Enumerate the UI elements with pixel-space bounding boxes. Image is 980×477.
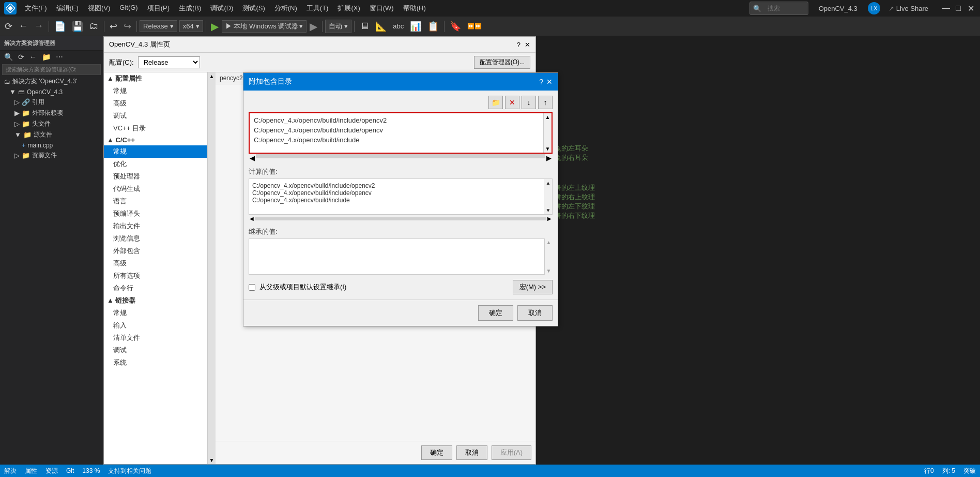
prop-tree-general[interactable]: 常规: [104, 85, 207, 97]
macro-button[interactable]: 宏(M) >>: [513, 280, 553, 294]
properties-help-icon[interactable]: ?: [517, 41, 520, 49]
dir-scroll-up-icon[interactable]: ▲: [544, 114, 552, 120]
prop-tree-pch[interactable]: 预编译头: [104, 207, 207, 220]
prop-tree-debug[interactable]: 调试: [104, 110, 207, 122]
run-button2[interactable]: ▶: [308, 20, 319, 33]
sidebar-item-project[interactable]: ▼ 🗃 OpenCV_4.3: [0, 87, 103, 97]
prop-tree-all-options[interactable]: 所有选项: [104, 270, 207, 282]
hscroll-track[interactable]: [256, 154, 545, 158]
minimize-button[interactable]: —: [941, 3, 951, 13]
sidebar-item-solution[interactable]: 🗂 解决方案 'OpenCV_4.3': [0, 76, 103, 87]
dir-hscrollbar[interactable]: ◀ ▶: [249, 154, 553, 162]
inherited-scrollbar[interactable]: ▲ ▼: [544, 238, 553, 275]
prop-tree-linker-header[interactable]: ▲ 链接器: [104, 294, 207, 307]
new-file-btn[interactable]: 📄: [52, 19, 68, 34]
undo-btn[interactable]: ↩: [107, 19, 120, 34]
prop-tree-linker-debug[interactable]: 调试: [104, 344, 207, 356]
status-git[interactable]: Git: [66, 467, 74, 474]
config-manager-button[interactable]: 配置管理器(O)...: [474, 56, 530, 69]
hscroll-right-icon[interactable]: ▶: [546, 154, 552, 162]
status-tab-resources[interactable]: 资源: [45, 467, 58, 475]
menu-test[interactable]: 测试(S): [238, 2, 269, 15]
dir-scroll-down-icon[interactable]: ▼: [544, 146, 552, 152]
prop-tree-external[interactable]: 外部包含: [104, 245, 207, 257]
prop-tree-advanced2[interactable]: 高级: [104, 257, 207, 270]
sidebar-back-btn[interactable]: ←: [27, 52, 39, 62]
prop-tree-cmdline[interactable]: 命令行: [104, 282, 207, 294]
include-dir-folder-btn[interactable]: 📁: [488, 96, 503, 109]
sidebar-item-sources[interactable]: ▼ 📁 源文件: [0, 129, 103, 140]
prop-tree-vc-dirs[interactable]: VC++ 目录: [104, 122, 207, 135]
prop-tree-language[interactable]: 语言: [104, 195, 207, 207]
include-dialog-help-icon[interactable]: ?: [539, 78, 543, 86]
sidebar-search-btn[interactable]: 🔍: [2, 52, 15, 62]
prop-tree-cpp-header[interactable]: ▲ C/C++: [104, 135, 207, 145]
menu-project[interactable]: 项目(P): [143, 2, 174, 15]
menu-edit[interactable]: 编辑(E): [52, 2, 83, 15]
menu-extensions[interactable]: 扩展(X): [333, 2, 364, 15]
prop-tree-linker-input[interactable]: 输入: [104, 319, 207, 332]
include-dialog-close-icon[interactable]: ✕: [546, 78, 553, 86]
restore-button[interactable]: □: [953, 3, 963, 13]
include-dir-list[interactable]: C:/opencv_4.x/opencv/build/include/openc…: [249, 112, 553, 154]
prop-tree-manifest[interactable]: 清单文件: [104, 332, 207, 344]
redo-btn[interactable]: ↪: [121, 19, 134, 34]
menu-debug[interactable]: 调试(D): [206, 2, 237, 15]
save-btn[interactable]: 💾: [69, 19, 86, 34]
nav-forward[interactable]: →: [32, 19, 46, 33]
tree-scroll-up[interactable]: ▲: [209, 73, 215, 79]
tree-scrollbar[interactable]: ▲ ▼: [207, 72, 216, 464]
extra-btn1[interactable]: 🖥: [357, 19, 372, 33]
include-dialog-ok-button[interactable]: 确定: [478, 305, 513, 321]
computed-hscroll-right[interactable]: ▶: [547, 216, 552, 221]
prop-tree-config-header[interactable]: ▲ 配置属性: [104, 72, 207, 85]
inherited-scroll-up[interactable]: ▲: [545, 240, 553, 245]
menu-help[interactable]: 帮助(H): [399, 2, 430, 15]
save-all-btn[interactable]: 🗂: [87, 19, 101, 33]
live-share-button[interactable]: Live Share: [884, 4, 932, 13]
global-search-input[interactable]: [763, 3, 805, 13]
include-dir-delete-btn[interactable]: ✕: [505, 96, 519, 109]
sidebar-sync-btn[interactable]: ⟳: [16, 52, 26, 62]
prop-tree-browse[interactable]: 浏览信息: [104, 232, 207, 245]
menu-window[interactable]: 窗口(W): [365, 2, 398, 15]
menu-file[interactable]: 文件(F): [21, 2, 51, 15]
include-dir-up-btn[interactable]: ↑: [538, 96, 553, 109]
config-select[interactable]: Release Debug: [138, 56, 200, 68]
menu-build[interactable]: 生成(B): [175, 2, 205, 15]
inherit-checkbox[interactable]: [249, 284, 255, 291]
properties-apply-button[interactable]: 应用(A): [492, 445, 531, 460]
computed-hscroll-left[interactable]: ◀: [250, 216, 254, 221]
menu-tools[interactable]: 工具(T): [302, 2, 333, 15]
prop-tree-linker-general[interactable]: 常规: [104, 307, 207, 319]
properties-cancel-button[interactable]: 取消: [456, 445, 487, 460]
bookmark-btn2[interactable]: ⏩⏩: [465, 21, 484, 31]
sidebar-item-maincpp[interactable]: + main.cpp: [0, 140, 103, 150]
sidebar-item-externaldeps[interactable]: ▶ 📁 外部依赖项: [0, 108, 103, 118]
inherited-scroll-down[interactable]: ▼: [545, 268, 553, 274]
status-tab-properties[interactable]: 属性: [25, 467, 37, 475]
sidebar-collapse-btn[interactable]: 📁: [40, 52, 53, 62]
close-button[interactable]: ✕: [966, 3, 976, 13]
prop-tree-system[interactable]: 系统: [104, 356, 207, 369]
sidebar-item-references[interactable]: ▷ 🔗 引用: [0, 97, 103, 108]
computed-hscrollbar[interactable]: ◀ ▶: [249, 215, 553, 222]
hscroll-left-icon[interactable]: ◀: [250, 154, 255, 162]
tree-scroll-down[interactable]: ▼: [209, 457, 215, 463]
extra-btn4[interactable]: 📊: [407, 19, 424, 34]
run-config-group[interactable]: ▶ 本地 Windows 调试器 ▾: [222, 20, 307, 33]
prop-tree-preprocessor[interactable]: 预处理器: [104, 170, 207, 183]
properties-ok-button[interactable]: 确定: [421, 445, 452, 460]
platform-dropdown[interactable]: x64 ▾: [179, 20, 203, 32]
computed-scroll-down[interactable]: ▼: [544, 207, 552, 213]
prop-tree-advanced[interactable]: 高级: [104, 97, 207, 110]
bookmark-btn[interactable]: 🔖: [447, 19, 464, 34]
prop-tree-output[interactable]: 输出文件: [104, 220, 207, 232]
sidebar-item-headers[interactable]: ▷ 📁 头文件: [0, 118, 103, 129]
menu-view[interactable]: 视图(V): [84, 2, 114, 15]
run-button[interactable]: ▶: [209, 20, 221, 33]
extra-btn3[interactable]: abc: [390, 21, 406, 32]
extra-btn5[interactable]: 📋: [425, 19, 441, 34]
include-dir-item-1[interactable]: C:/opencv_4.x/opencv/build/include/openc…: [252, 125, 549, 135]
menu-analyze[interactable]: 分析(N): [270, 2, 301, 15]
